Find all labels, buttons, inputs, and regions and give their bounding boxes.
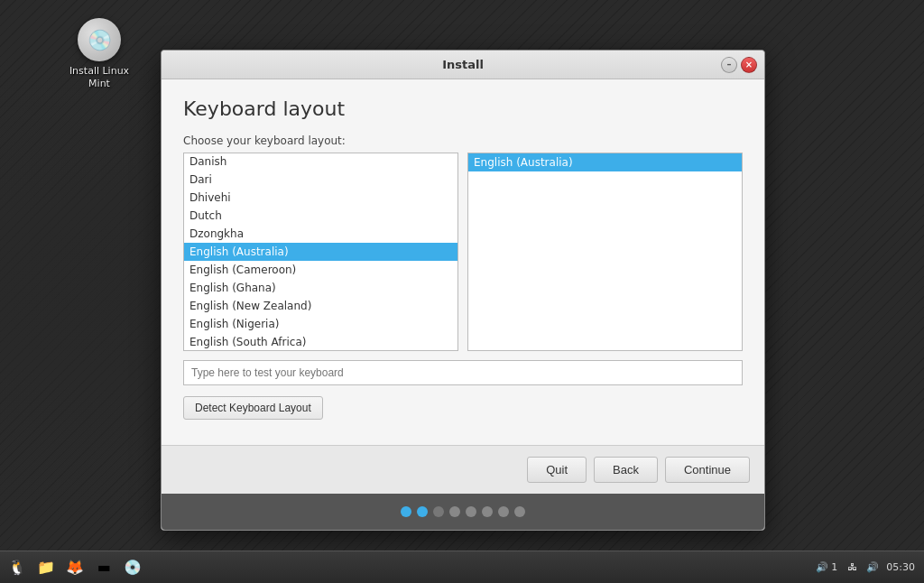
taskbar-item-firefox[interactable]: 🦊 [61, 555, 88, 580]
dialog-content: Keyboard layout Choose your keyboard lay… [162, 79, 764, 445]
progress-dot-3 [449, 506, 460, 517]
list-item[interactable]: English (Nigeria) [184, 315, 457, 333]
keyboard-layout-list[interactable]: CzechDanishDariDhivehiDutchDzongkhaEngli… [183, 153, 458, 351]
list-item[interactable]: Dutch [184, 207, 457, 225]
taskbar-item-terminal[interactable]: ▬ [90, 555, 117, 580]
desktop: 💿 Install Linux Mint Install – × Keyboar… [0, 0, 924, 583]
progress-dot-7 [514, 506, 525, 517]
detect-keyboard-layout-button[interactable]: Detect Keyboard Layout [183, 396, 323, 420]
install-dialog: Install – × Keyboard layout Choose your … [161, 50, 765, 531]
continue-button[interactable]: Continue [665, 457, 750, 483]
progress-dot-4 [466, 506, 476, 517]
list-item[interactable]: English (South Africa) [184, 333, 457, 351]
progress-dot-6 [498, 506, 509, 517]
progress-dot-0 [401, 506, 411, 517]
list-item[interactable]: English (Australia) [184, 243, 457, 261]
list-item[interactable]: Dzongkha [184, 225, 457, 243]
progress-dots-bar [162, 494, 764, 530]
lists-container: CzechDanishDariDhivehiDutchDzongkhaEngli… [183, 153, 743, 351]
install-linux-mint-icon[interactable]: 💿 Install Linux Mint [63, 18, 135, 91]
desktop-icon-label: Install Linux Mint [63, 65, 135, 91]
taskbar-item-menu[interactable]: 🐧 [4, 555, 31, 580]
titlebar-controls: – × [721, 57, 757, 73]
taskbar-left: 🐧📁🦊▬💿 [4, 555, 146, 580]
list-item[interactable]: English (Australia) [468, 153, 742, 171]
list-item[interactable]: English (Ghana) [184, 279, 457, 297]
taskbar-item-disk[interactable]: 💿 [119, 555, 146, 580]
list-item[interactable]: English (New Zealand) [184, 297, 457, 315]
list-item[interactable]: Danish [184, 153, 457, 171]
taskbar: 🐧📁🦊▬💿 🔊 1 🖧 🔊 05:30 [0, 551, 924, 583]
progress-dot-1 [417, 506, 428, 517]
page-title: Keyboard layout [183, 97, 743, 120]
progress-dot-2 [433, 506, 444, 517]
list-item[interactable]: Dhivehi [184, 189, 457, 207]
list-item[interactable]: English (Cameroon) [184, 261, 457, 279]
systray: 🔊 1 🖧 🔊 [816, 561, 879, 573]
list-item[interactable]: Dari [184, 171, 457, 189]
minimize-button[interactable]: – [721, 57, 737, 73]
quit-button[interactable]: Quit [527, 457, 587, 483]
close-button[interactable]: × [741, 57, 757, 73]
taskbar-clock: 05:30 [886, 561, 915, 573]
keyboard-variant-list[interactable]: English (Australia) [467, 153, 743, 351]
dialog-footer: Quit Back Continue [162, 445, 764, 494]
progress-dot-5 [482, 506, 493, 517]
dialog-title: Install [442, 58, 484, 71]
taskbar-right: 🔊 1 🖧 🔊 05:30 [816, 561, 920, 573]
keyboard-test-input[interactable] [183, 360, 743, 385]
taskbar-item-files[interactable]: 📁 [32, 555, 60, 580]
back-button[interactable]: Back [594, 457, 658, 483]
dialog-titlebar: Install – × [162, 51, 764, 79]
disc-icon: 💿 [78, 18, 121, 61]
choose-label: Choose your keyboard layout: [183, 134, 743, 147]
